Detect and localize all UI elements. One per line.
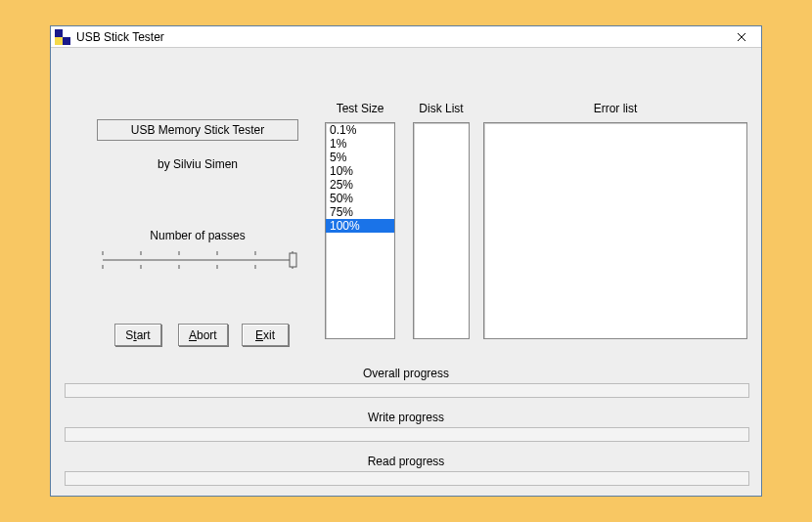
overall-progress-label: Overall progress bbox=[51, 367, 761, 380]
close-icon bbox=[737, 30, 746, 44]
abort-button-suffix: bort bbox=[197, 328, 217, 342]
list-item[interactable]: 25% bbox=[326, 178, 394, 192]
start-button-suffix: art bbox=[137, 328, 151, 342]
exit-button-suffix: xit bbox=[263, 328, 275, 342]
write-progress-bar bbox=[65, 427, 749, 442]
slider-icon bbox=[97, 245, 302, 275]
list-item[interactable]: 5% bbox=[326, 151, 394, 164]
disk-list-listbox[interactable] bbox=[413, 122, 470, 339]
list-item[interactable]: 0.1% bbox=[326, 123, 394, 137]
close-button[interactable] bbox=[728, 26, 755, 48]
svg-rect-2 bbox=[55, 37, 63, 45]
overall-progress-bar bbox=[65, 383, 749, 398]
author-label: by Silviu Simen bbox=[97, 157, 298, 171]
window-title: USB Stick Tester bbox=[76, 30, 164, 44]
app-window: USB Stick Tester USB Memory Stick Tester… bbox=[50, 25, 762, 497]
list-item[interactable]: 10% bbox=[326, 164, 394, 178]
test-size-listbox[interactable]: 0.1%1%5%10%25%50%75%100% bbox=[325, 122, 395, 339]
list-item[interactable]: 100% bbox=[326, 219, 394, 233]
write-progress-label: Write progress bbox=[51, 411, 761, 424]
list-item[interactable]: 50% bbox=[326, 192, 394, 205]
exit-button[interactable]: Exit bbox=[242, 324, 289, 346]
read-progress-label: Read progress bbox=[51, 455, 761, 468]
test-size-label: Test Size bbox=[325, 102, 395, 115]
abort-button-ul: A bbox=[189, 328, 197, 342]
start-button[interactable]: Start bbox=[114, 324, 161, 346]
app-icon bbox=[55, 29, 70, 45]
passes-slider[interactable] bbox=[97, 245, 302, 275]
app-title-text: USB Memory Stick Tester bbox=[131, 123, 264, 137]
svg-rect-19 bbox=[290, 253, 296, 267]
abort-button[interactable]: Abort bbox=[178, 324, 228, 346]
list-item[interactable]: 75% bbox=[326, 205, 394, 219]
list-item[interactable]: 1% bbox=[326, 137, 394, 151]
exit-button-ul: E bbox=[255, 328, 263, 342]
disk-list-label: Disk List bbox=[413, 102, 470, 115]
start-button-prefix: S bbox=[125, 328, 133, 342]
svg-rect-3 bbox=[63, 37, 70, 45]
svg-rect-0 bbox=[55, 29, 63, 37]
passes-label: Number of passes bbox=[97, 229, 298, 242]
error-list-listbox[interactable] bbox=[483, 122, 747, 339]
error-list-label: Error list bbox=[483, 102, 747, 115]
svg-rect-1 bbox=[63, 29, 70, 37]
read-progress-bar bbox=[65, 471, 749, 486]
app-title-box: USB Memory Stick Tester bbox=[97, 119, 298, 141]
titlebar[interactable]: USB Stick Tester bbox=[51, 26, 761, 48]
client-area: USB Memory Stick Tester by Silviu Simen … bbox=[51, 48, 761, 496]
